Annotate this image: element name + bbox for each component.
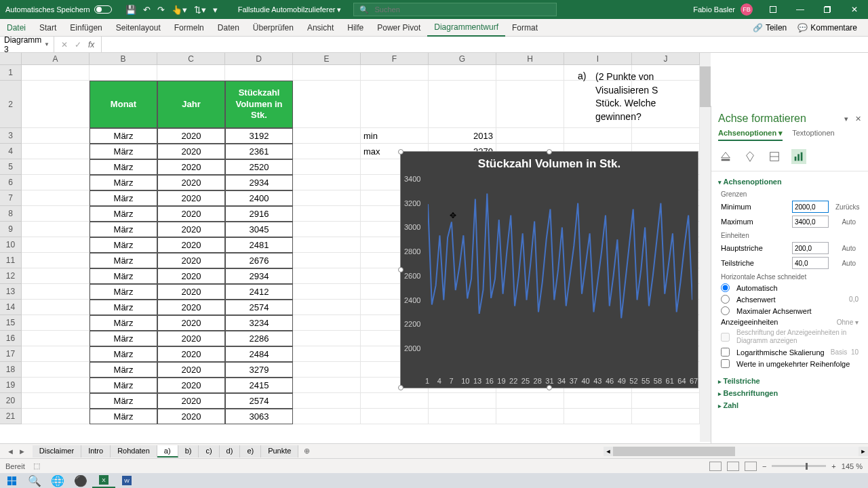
cell[interactable] <box>157 65 225 81</box>
maximize-button[interactable] <box>814 0 841 19</box>
user-account[interactable]: Fabio Basler FB <box>686 3 760 16</box>
cell[interactable] <box>564 393 632 409</box>
select-all-corner[interactable] <box>0 53 22 64</box>
cell[interactable] <box>496 409 564 424</box>
ribbon-tab-formeln[interactable]: Formeln <box>167 19 211 37</box>
ribbon-tab-ansicht[interactable]: Ansicht <box>300 19 340 37</box>
cell[interactable] <box>22 378 90 393</box>
ribbon-tab-power pivot[interactable]: Power Pivot <box>370 19 427 37</box>
redo-icon[interactable]: ↷ <box>157 5 165 15</box>
cell[interactable]: 2020 <box>157 300 225 315</box>
cell[interactable]: 2481 <box>225 237 293 253</box>
taskbar-obs-icon[interactable]: ⚫ <box>69 473 92 488</box>
cell[interactable] <box>429 409 496 424</box>
cell[interactable]: 2020 <box>157 409 225 424</box>
cell[interactable] <box>22 346 90 362</box>
horizontal-scrollbar[interactable]: ◄► <box>604 447 868 456</box>
col-header[interactable]: E <box>293 53 361 64</box>
cell[interactable]: 2020 <box>157 284 225 300</box>
tab-axis-options[interactable]: Achsenoptionen ▾ <box>718 129 783 141</box>
cell[interactable] <box>293 253 361 268</box>
cell[interactable] <box>293 346 361 362</box>
ribbon-tab-überprüfen[interactable]: Überprüfen <box>246 19 300 37</box>
cell[interactable] <box>22 159 90 175</box>
cell[interactable] <box>496 81 564 128</box>
ribbon-display-icon[interactable] <box>760 0 787 19</box>
cell[interactable]: 2934 <box>225 175 293 190</box>
zoom-out-button[interactable]: − <box>762 462 766 470</box>
view-normal-button[interactable] <box>709 462 722 471</box>
cell[interactable]: 3234 <box>225 315 293 331</box>
cell[interactable] <box>361 409 429 424</box>
cell[interactable]: 2676 <box>225 253 293 268</box>
row-header[interactable]: 5 <box>0 159 22 175</box>
cell[interactable] <box>632 128 700 144</box>
formula-input[interactable] <box>102 40 868 49</box>
row-header[interactable]: 21 <box>0 409 22 424</box>
fx-icon[interactable]: fx <box>88 40 94 49</box>
row-header[interactable]: 13 <box>0 284 22 300</box>
ribbon-tab-daten[interactable]: Daten <box>211 19 246 37</box>
cell[interactable] <box>22 190 90 206</box>
cell[interactable] <box>293 81 361 128</box>
pane-close-icon[interactable]: ✕ <box>855 115 861 123</box>
cell[interactable] <box>293 222 361 237</box>
max-input[interactable] <box>792 216 829 228</box>
cell[interactable]: März <box>90 378 157 393</box>
cell[interactable] <box>564 409 632 424</box>
size-props-icon[interactable] <box>767 149 782 164</box>
cell[interactable]: März <box>90 393 157 409</box>
cell[interactable]: März <box>90 284 157 300</box>
row-header[interactable]: 2 <box>0 81 22 128</box>
cell[interactable]: 2020 <box>157 237 225 253</box>
cell[interactable]: März <box>90 409 157 424</box>
cell[interactable] <box>22 409 90 424</box>
row-header[interactable]: 6 <box>0 175 22 190</box>
col-header[interactable]: J <box>632 53 700 64</box>
cell[interactable]: 2020 <box>157 315 225 331</box>
sheet-tab[interactable]: Rohdaten <box>111 445 157 458</box>
fill-line-icon[interactable] <box>718 149 733 164</box>
row-header[interactable]: 15 <box>0 315 22 331</box>
sheet-tab[interactable]: b) <box>178 445 199 458</box>
radio-auto[interactable] <box>721 283 730 292</box>
cell[interactable]: min <box>361 128 429 144</box>
cell[interactable]: März <box>90 175 157 190</box>
cell[interactable]: 2020 <box>157 128 225 144</box>
cell[interactable] <box>429 81 496 128</box>
col-header[interactable]: G <box>429 53 496 64</box>
macro-record-icon[interactable]: ⬚ <box>33 462 40 470</box>
undo-icon[interactable]: ↶ <box>143 5 151 15</box>
ribbon-tab-start[interactable]: Start <box>33 19 63 37</box>
cell[interactable]: März <box>90 346 157 362</box>
cell[interactable] <box>22 206 90 222</box>
row-header[interactable]: 14 <box>0 300 22 315</box>
cell[interactable] <box>632 393 700 409</box>
minimize-button[interactable]: — <box>787 0 814 19</box>
cell[interactable] <box>22 253 90 268</box>
view-layout-button[interactable] <box>727 462 739 471</box>
reset-min-button[interactable]: Zurücks <box>833 203 859 211</box>
col-header[interactable]: D <box>225 53 293 64</box>
cell[interactable]: März <box>90 300 157 315</box>
ribbon-tab-diagrammentwurf[interactable]: Diagrammentwurf <box>427 19 505 37</box>
cell[interactable] <box>22 315 90 331</box>
cell[interactable]: 2020 <box>157 175 225 190</box>
cell[interactable] <box>361 65 429 81</box>
cell[interactable]: März <box>90 253 157 268</box>
cell[interactable] <box>293 65 361 81</box>
ribbon-tab-format[interactable]: Format <box>505 19 545 37</box>
save-icon[interactable]: 💾 <box>125 5 136 15</box>
sheet-tab[interactable]: Punkte <box>261 445 298 458</box>
cell[interactable]: Stückzahl Volumen in Stk. <box>225 81 293 128</box>
cell[interactable] <box>22 284 90 300</box>
cell[interactable] <box>293 378 361 393</box>
cancel-formula-icon[interactable]: ✕ <box>61 40 68 49</box>
cell[interactable] <box>564 128 632 144</box>
cell[interactable]: 2916 <box>225 206 293 222</box>
touch-mode-icon[interactable]: 👆▾ <box>172 5 187 15</box>
cell[interactable]: 2020 <box>157 393 225 409</box>
cell[interactable] <box>293 159 361 175</box>
cell[interactable]: 2020 <box>157 378 225 393</box>
cell[interactable]: 2020 <box>157 331 225 346</box>
